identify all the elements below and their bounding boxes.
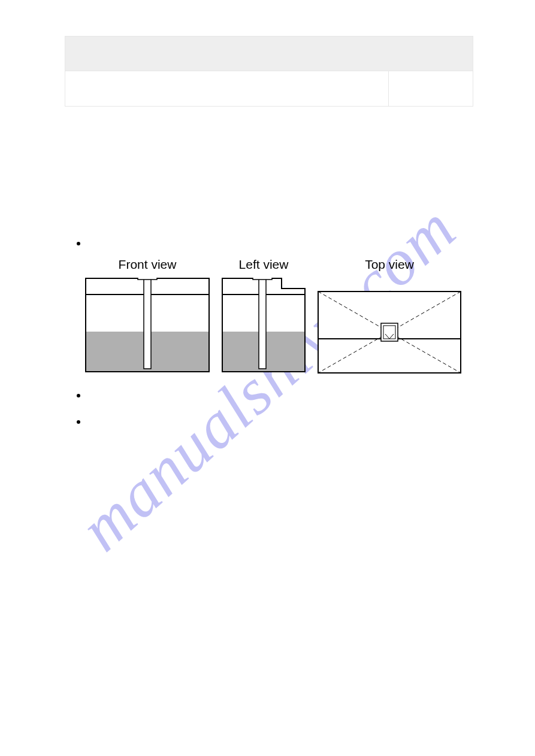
svg-rect-8: [253, 278, 272, 280]
bullet-list: Front view Left view: [77, 238, 487, 424]
svg-rect-4: [138, 278, 157, 280]
diagram-row: Front view Left view: [85, 257, 487, 374]
bullet-item: [77, 417, 487, 424]
page-content: Front view Left view: [0, 0, 535, 424]
left-view-svg: [222, 278, 306, 372]
bullet-dot-icon: [77, 420, 80, 424]
bullet-item: [77, 238, 487, 245]
bullet-dot-icon: [77, 394, 80, 397]
front-view-label: Front view: [119, 257, 177, 272]
table-row: [65, 71, 473, 106]
top-view-svg: [318, 291, 461, 374]
bullet-dot-icon: [77, 242, 80, 245]
left-view-label: Left view: [239, 257, 289, 272]
diagram-top-view: Top view: [318, 257, 461, 374]
table-header-row: [65, 37, 473, 71]
table-cell-right: [389, 71, 473, 106]
content-table: [65, 36, 473, 107]
top-view-label: Top view: [365, 257, 414, 272]
bullet-item: [77, 390, 487, 397]
diagram-front-view: Front view: [85, 257, 210, 372]
svg-rect-3: [144, 279, 151, 369]
svg-rect-7: [259, 279, 266, 369]
front-view-svg: [85, 278, 210, 372]
diagram-left-view: Left view: [222, 257, 306, 372]
table-cell-left: [65, 71, 389, 106]
